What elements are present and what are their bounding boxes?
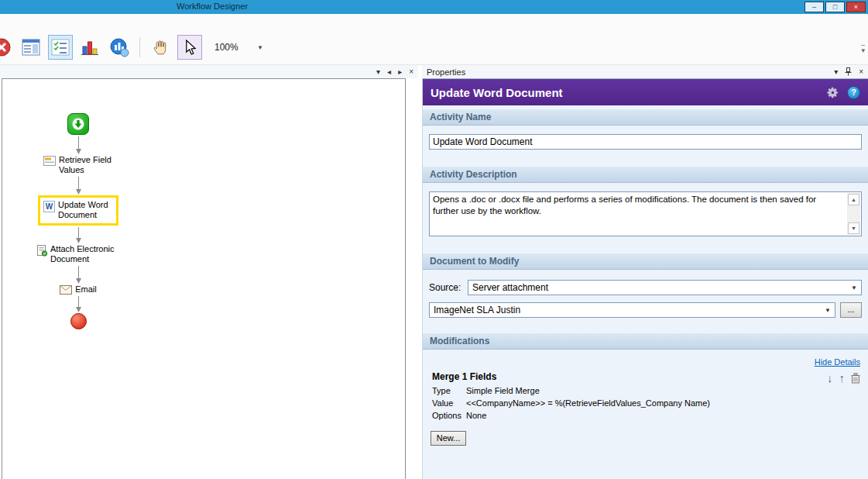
delete-icon[interactable] bbox=[0, 35, 14, 60]
document-select[interactable]: ImageNet SLA Justin ▼ bbox=[429, 302, 835, 318]
section-label: Modifications bbox=[430, 336, 489, 346]
workflow-node-email[interactable]: Email bbox=[60, 284, 97, 295]
document-row: ImageNet SLA Justin ▼ ... bbox=[429, 302, 862, 318]
hide-details-link[interactable]: Hide Details bbox=[815, 357, 860, 367]
activity-name-input[interactable] bbox=[429, 134, 862, 150]
workflow-node-attach-electronic-document[interactable]: Attach Electronic Document bbox=[36, 244, 120, 264]
activity-description-input[interactable]: Opens a .doc or .docx file and performs … bbox=[429, 191, 862, 236]
cursor-icon bbox=[184, 40, 197, 56]
type-label: Type bbox=[432, 384, 466, 397]
properties-panel-header: Properties ▾ × bbox=[422, 65, 868, 78]
section-modifications: Modifications bbox=[423, 333, 868, 350]
select-tool-icon[interactable] bbox=[177, 35, 202, 60]
toolbar-overflow-icon[interactable]: ▾ bbox=[861, 45, 865, 54]
close-icon[interactable]: × bbox=[859, 67, 863, 76]
red-x-icon bbox=[0, 37, 12, 57]
word-document-icon: W bbox=[43, 201, 55, 212]
field-values-icon bbox=[43, 156, 56, 166]
modifications-pane: Hide Details ↓ ↑ Merge 1 Fields Type Sim… bbox=[423, 350, 868, 446]
modification-title: Merge 1 Fields bbox=[432, 371, 860, 382]
help-icon[interactable]: ? bbox=[847, 86, 860, 99]
value-value: <<CompanyName>> = %(RetrieveFieldValues_… bbox=[466, 397, 710, 409]
zoom-value: 100% bbox=[214, 42, 238, 53]
task-list-icon[interactable] bbox=[48, 35, 73, 60]
chevron-down-icon: ▼ bbox=[825, 307, 831, 314]
connector-arrow bbox=[75, 264, 82, 284]
workflow-canvas[interactable]: Retrieve Field Values W Update Word Docu… bbox=[2, 78, 406, 479]
bar-chart-icon bbox=[80, 37, 100, 57]
modification-actions: ↓ ↑ bbox=[815, 371, 860, 384]
toolbar: 100% ▾ ▾ bbox=[0, 14, 868, 65]
type-value: Simple Field Merge bbox=[466, 384, 540, 397]
window-controls: – □ × bbox=[805, 2, 866, 12]
list-icon bbox=[51, 38, 70, 57]
source-label: Source: bbox=[429, 282, 468, 293]
start-arrow-icon bbox=[72, 118, 84, 130]
document-value: ImageNet SLA Justin bbox=[434, 305, 520, 315]
gear-icon[interactable] bbox=[826, 86, 839, 99]
minimize-button[interactable]: – bbox=[805, 2, 824, 12]
toolbar-row: 100% ▾ bbox=[0, 34, 262, 60]
options-value: None bbox=[466, 409, 486, 422]
round-chart-icon bbox=[109, 37, 129, 57]
maximize-button[interactable]: □ bbox=[825, 2, 845, 12]
workflow-start-node[interactable] bbox=[67, 113, 89, 135]
activity-description-text: Opens a .doc or .docx file and performs … bbox=[433, 195, 816, 215]
pin-icon[interactable] bbox=[845, 67, 852, 76]
section-label: Activity Name bbox=[430, 112, 491, 122]
titlebar: Workflow Designer – □ × bbox=[0, 0, 868, 14]
scroll-down-icon[interactable]: ▼ bbox=[848, 222, 859, 234]
connector-arrow bbox=[75, 175, 82, 195]
form-designer-icon[interactable] bbox=[19, 35, 43, 60]
chart-icon[interactable] bbox=[77, 35, 102, 60]
section-activity-description: Activity Description bbox=[423, 166, 868, 183]
workflow-diagram: Retrieve Field Values W Update Word Docu… bbox=[24, 113, 132, 329]
zoom-dropdown[interactable]: 100% ▾ bbox=[214, 42, 262, 53]
pan-tool-icon[interactable] bbox=[148, 35, 173, 60]
node-label: Retrieve Field Values bbox=[59, 155, 113, 175]
chevron-down-icon: ▾ bbox=[259, 43, 262, 51]
nav-right-icon[interactable]: ▸ bbox=[398, 67, 402, 76]
node-label: Update Word Document bbox=[58, 200, 111, 220]
section-document-to-modify: Document to Modify bbox=[423, 253, 868, 270]
toolbar-separator bbox=[139, 37, 140, 57]
description-scrollbar[interactable]: ▲ ▼ bbox=[847, 193, 860, 235]
modification-type-row: Type Simple Field Merge bbox=[432, 384, 860, 397]
report-icon[interactable] bbox=[107, 35, 132, 60]
close-button[interactable]: × bbox=[846, 2, 866, 12]
canvas-panel-header: ▾ ◂ ▸ × bbox=[0, 65, 418, 78]
properties-panel: Update Word Document ? Activity Name Act… bbox=[422, 78, 868, 479]
connector-arrow bbox=[75, 226, 82, 244]
attach-document-icon bbox=[36, 245, 47, 257]
source-value: Server attachment bbox=[472, 282, 548, 293]
modifications-controls: Hide Details ↓ ↑ bbox=[815, 354, 860, 384]
activity-header: Update Word Document ? bbox=[423, 79, 868, 105]
move-up-icon[interactable]: ↑ bbox=[839, 371, 846, 384]
hand-icon bbox=[153, 39, 169, 56]
source-select[interactable]: Server attachment ▼ bbox=[468, 280, 862, 295]
section-label: Document to Modify bbox=[430, 256, 519, 267]
modification-options-row: Options None bbox=[432, 409, 860, 422]
new-modification-button[interactable]: New... bbox=[431, 431, 466, 446]
modification-item[interactable]: Merge 1 Fields Type Simple Field Merge V… bbox=[432, 371, 860, 422]
source-row: Source: Server attachment ▼ bbox=[429, 280, 862, 295]
connector-arrow bbox=[75, 135, 82, 155]
chevron-down-icon: ▼ bbox=[851, 284, 857, 291]
connector-arrow bbox=[75, 295, 82, 313]
browse-button[interactable]: ... bbox=[840, 302, 862, 318]
section-label: Activity Description bbox=[430, 169, 517, 180]
options-label: Options bbox=[432, 409, 466, 422]
move-down-icon[interactable]: ↓ bbox=[827, 371, 833, 384]
workflow-node-retrieve-field-values[interactable]: Retrieve Field Values bbox=[43, 155, 113, 175]
nav-left-icon[interactable]: ◂ bbox=[387, 67, 391, 76]
scroll-up-icon[interactable]: ▲ bbox=[848, 194, 859, 205]
close-icon[interactable]: × bbox=[409, 67, 413, 76]
window-title: Workflow Designer bbox=[177, 2, 248, 11]
workflow-node-update-word-document[interactable]: W Update Word Document bbox=[38, 195, 118, 226]
delete-modification-icon[interactable] bbox=[851, 373, 860, 384]
email-icon bbox=[60, 285, 72, 295]
chevron-down-icon[interactable]: ▾ bbox=[834, 67, 838, 76]
chevron-down-icon[interactable]: ▾ bbox=[376, 67, 380, 76]
workflow-stop-node[interactable] bbox=[70, 313, 87, 329]
activity-name-row bbox=[429, 134, 862, 150]
